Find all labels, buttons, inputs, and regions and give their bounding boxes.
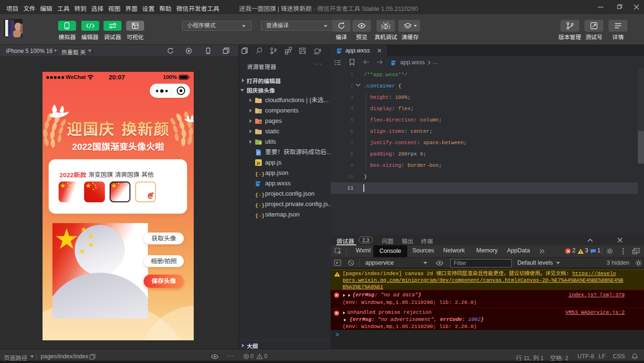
svg-text:js: js [256,161,260,165]
